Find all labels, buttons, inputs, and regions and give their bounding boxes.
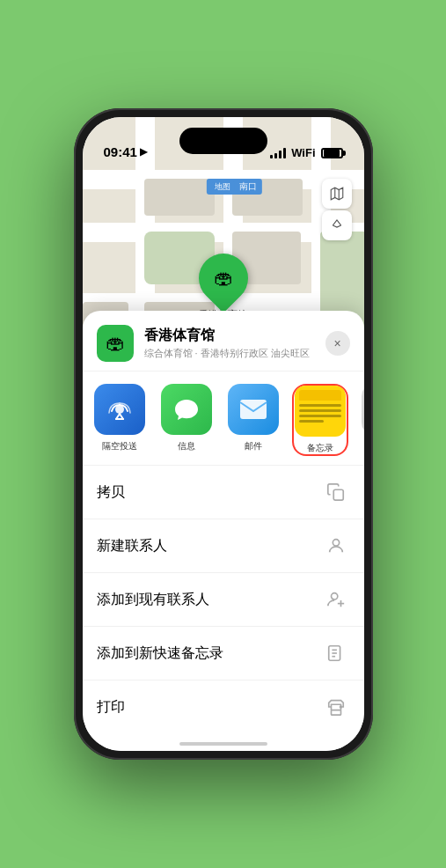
action-add-contact[interactable]: 添加到现有联系人 (83, 573, 364, 627)
notes-icon (295, 386, 346, 437)
status-time: 09:41 ▶ (104, 144, 147, 159)
more-icon (362, 384, 364, 435)
notes-label: 备忘录 (307, 442, 333, 454)
print-icon (322, 693, 350, 721)
person-add-icon (322, 585, 350, 614)
venue-header: 🏟 香港体育馆 综合体育馆 · 香港特别行政区 油尖旺区 × (83, 311, 364, 371)
close-button[interactable]: × (325, 331, 350, 356)
battery-icon (321, 148, 343, 158)
action-copy[interactable]: 拷贝 (83, 466, 364, 519)
time-display: 09:41 (104, 144, 137, 159)
action-print-label: 打印 (97, 698, 125, 717)
messages-label: 信息 (178, 440, 195, 452)
wifi-icon: WiFi (291, 146, 315, 159)
venue-name: 香港体育馆 (144, 327, 325, 345)
airdrop-label: 隔空投送 (102, 440, 137, 452)
bottom-sheet: 🏟 香港体育馆 综合体育馆 · 香港特别行政区 油尖旺区 × (83, 311, 364, 751)
svg-rect-7 (240, 400, 267, 419)
venue-subtitle: 综合体育馆 · 香港特别行政区 油尖旺区 (144, 347, 325, 360)
airdrop-icon (94, 384, 145, 435)
share-row: 隔空投送 信息 (83, 371, 364, 466)
pin-circle: 🏟 (188, 243, 258, 313)
phone-frame: 09:41 ▶ WiFi (74, 108, 373, 760)
map-type-button[interactable] (322, 179, 352, 209)
action-list: 拷贝 新建联系人 (83, 466, 364, 751)
svg-point-9 (333, 540, 339, 546)
share-item-more[interactable]: 提 (359, 384, 364, 456)
share-item-messages[interactable]: 信息 (158, 384, 215, 456)
svg-point-10 (331, 593, 337, 600)
map-label-text: 南口 (239, 181, 257, 191)
svg-point-18 (340, 706, 341, 708)
share-item-mail[interactable]: 邮件 (225, 384, 281, 456)
action-quick-note-label: 添加到新快速备忘录 (97, 644, 223, 663)
phone-screen: 09:41 ▶ WiFi (83, 117, 364, 751)
person-icon (322, 532, 350, 560)
action-new-contact[interactable]: 新建联系人 (83, 519, 364, 573)
action-add-contact-label: 添加到现有联系人 (97, 591, 209, 609)
home-indicator (179, 742, 267, 746)
action-new-contact-label: 新建联系人 (97, 537, 167, 555)
venue-icon: 🏟 (97, 325, 134, 362)
share-item-airdrop[interactable]: 隔空投送 (91, 384, 148, 456)
svg-marker-0 (331, 188, 343, 200)
pin-emoji: 🏟 (214, 267, 233, 290)
action-print[interactable]: 打印 (83, 680, 364, 733)
svg-rect-8 (333, 489, 343, 500)
copy-icon (322, 478, 350, 506)
map-label: 地图 南口 (206, 179, 262, 195)
note-icon (322, 639, 350, 667)
action-quick-note[interactable]: 添加到新快速备忘录 (83, 627, 364, 680)
messages-icon (161, 384, 212, 435)
mail-label: 邮件 (245, 440, 262, 452)
location-arrow-icon: ▶ (140, 146, 147, 158)
location-button[interactable] (322, 210, 352, 240)
dynamic-island (179, 128, 267, 154)
action-copy-label: 拷贝 (97, 483, 125, 502)
mail-icon (228, 384, 279, 435)
svg-rect-17 (331, 710, 340, 716)
signal-icon (270, 148, 286, 158)
map-controls (322, 179, 352, 240)
share-item-notes[interactable]: 备忘录 (292, 384, 348, 456)
venue-info: 香港体育馆 综合体育馆 · 香港特别行政区 油尖旺区 (144, 327, 325, 360)
status-icons: WiFi (270, 146, 342, 159)
